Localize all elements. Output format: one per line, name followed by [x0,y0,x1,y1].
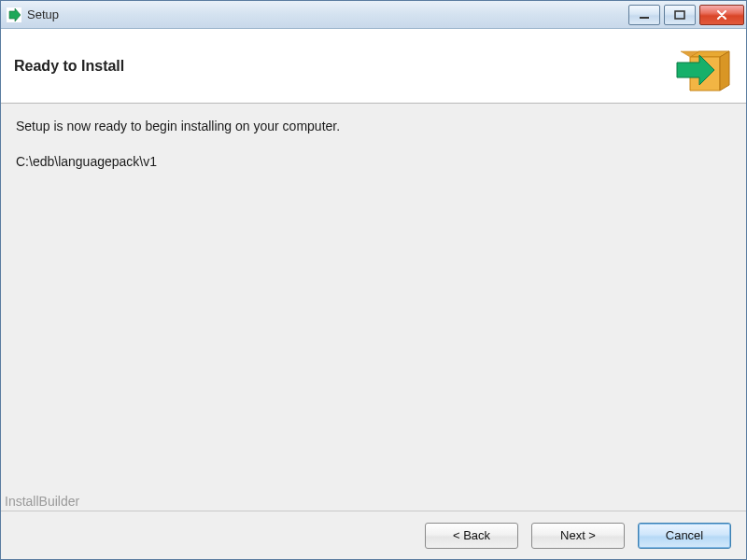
wizard-body: Setup is now ready to begin installing o… [1,104,746,511]
package-install-icon [671,35,739,96]
back-button[interactable]: < Back [425,523,518,549]
svg-rect-2 [675,11,684,19]
builder-watermark: InstallBuilder [5,494,79,509]
install-description: Setup is now ready to begin installing o… [16,119,731,133]
svg-rect-1 [640,17,649,19]
wizard-header: Ready to Install [1,29,746,104]
maximize-button[interactable] [664,5,696,25]
window-title: Setup [27,7,628,21]
window-controls [628,5,744,25]
svg-marker-0 [9,8,21,21]
cancel-button[interactable]: Cancel [638,523,731,549]
next-button[interactable]: Next > [531,523,625,549]
wizard-footer: < Back Next > Cancel [1,511,746,559]
app-icon [7,7,21,22]
svg-marker-5 [720,51,729,91]
minimize-button[interactable] [628,5,660,25]
close-button[interactable] [699,5,744,25]
page-title: Ready to Install [14,58,124,75]
titlebar: Setup [1,1,746,29]
installer-window: Setup Ready to Install [0,0,747,560]
install-path: C:\edb\languagepack\v1 [16,154,731,169]
